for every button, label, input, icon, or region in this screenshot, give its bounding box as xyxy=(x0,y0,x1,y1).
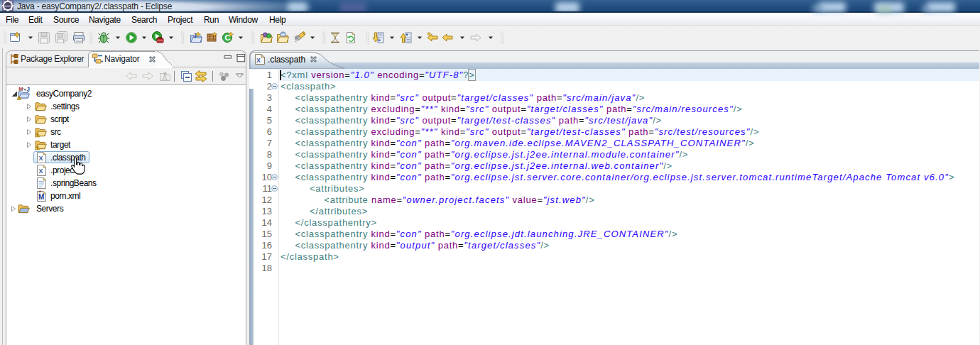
svg-text:X: X xyxy=(38,168,43,175)
svg-text:X: X xyxy=(256,57,261,64)
svg-text:J: J xyxy=(26,87,30,93)
svg-text:M: M xyxy=(18,87,23,92)
svg-text:J: J xyxy=(193,32,197,39)
svg-text:M: M xyxy=(38,193,44,201)
svg-text:X: X xyxy=(38,155,43,162)
